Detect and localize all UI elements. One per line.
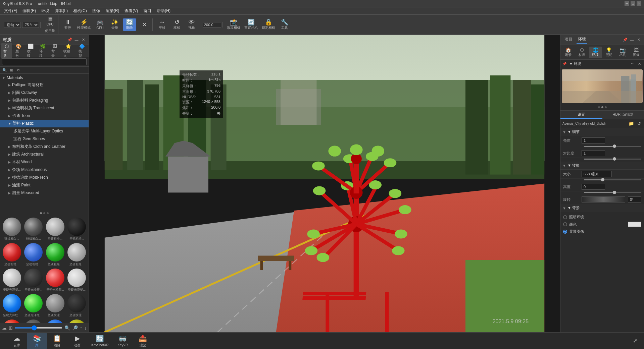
maximize-button[interactable]: □ xyxy=(631,1,635,6)
close-toolbar-btn[interactable]: ✕ xyxy=(138,21,151,28)
mat-item-2[interactable]: 坚硬粗糙... xyxy=(45,217,66,242)
mat-item-7[interactable]: 坚硬粗糙... xyxy=(66,242,88,267)
pin-button[interactable]: 📌 xyxy=(67,37,72,43)
mat-item-18[interactable]: 坚硬纹理... xyxy=(45,319,66,323)
view-btn[interactable]: 👁 视角 xyxy=(185,18,198,31)
rotation-slider[interactable] xyxy=(582,196,625,202)
mat-item-5[interactable]: 坚硬粗糙... xyxy=(23,242,44,267)
tab-favorites[interactable]: ⭐ 收藏夹 xyxy=(61,43,76,59)
bg-color-radio[interactable] xyxy=(563,222,567,226)
tree-plastic[interactable]: ▼ 塑料 Plastic xyxy=(0,120,89,127)
right-tab-material[interactable]: ⬡ 材质 xyxy=(576,47,589,58)
focal-input[interactable] xyxy=(203,22,221,27)
right-tab-scene[interactable]: 🏠 场景 xyxy=(562,47,575,58)
right-tab-camera[interactable]: 📷 相机 xyxy=(616,47,629,58)
collapse-button[interactable]: — xyxy=(74,37,79,43)
tab-background[interactable]: 🖼 背景 xyxy=(49,43,60,59)
menu-file[interactable]: 文件(F) xyxy=(1,7,20,14)
height-slider[interactable] xyxy=(584,192,641,193)
settings-btn[interactable]: ↑ xyxy=(80,325,82,331)
render-export-btn[interactable]: 📤 渲染 xyxy=(133,333,153,349)
bg-image-row[interactable]: 背景图像 xyxy=(563,228,641,235)
tab-texture[interactable]: ⬜ 纹理 xyxy=(25,43,36,59)
brightness-input[interactable] xyxy=(582,137,605,143)
rotate-btn[interactable]: ↺ 移移 xyxy=(170,18,184,31)
list-view-btn[interactable]: ⊞ xyxy=(9,325,13,331)
animation-btn[interactable]: ▶ 动画 xyxy=(67,333,87,349)
mat-item-3[interactable]: 坚硬粗糙... xyxy=(66,217,88,242)
tools-btn[interactable]: 🔧 工具 xyxy=(278,18,291,31)
add-camera-btn[interactable]: 📸 添加相机 xyxy=(226,18,242,31)
tree-architectural[interactable]: ▶ 建筑 Architectural xyxy=(0,151,89,158)
mat-item-0[interactable]: 硅橡胶白... xyxy=(1,217,22,242)
right-collapse-btn[interactable]: — xyxy=(629,37,635,43)
tree-misc[interactable]: ▶ 杂项 Miscellaneous xyxy=(0,166,89,174)
tab-color[interactable]: 🎨 颜色 xyxy=(13,43,24,59)
mat-item-11[interactable]: 坚硬光泽塑... xyxy=(66,268,88,293)
env-options-btn[interactable]: ⋯ xyxy=(630,61,635,66)
keyvr-btn[interactable]: 🥽 KeyVR xyxy=(113,333,133,348)
mat-item-6[interactable]: 坚硬粗糙... xyxy=(45,242,66,267)
bg-lighting-radio[interactable] xyxy=(563,215,567,219)
refresh-btn[interactable]: ↺ xyxy=(15,67,21,73)
tree-root[interactable]: ▼ Materials xyxy=(0,74,89,81)
contrast-slider[interactable] xyxy=(584,159,641,160)
contrast-input[interactable] xyxy=(582,150,605,156)
perf-btn[interactable]: ⚡ 性能模式 xyxy=(76,18,92,31)
tree-multilayer[interactable]: 多层光学 Multi-Layer Optics xyxy=(0,127,89,135)
right-tab-lighting[interactable]: 💡 照明 xyxy=(603,47,616,58)
refresh-env-btn[interactable]: ↺ xyxy=(636,121,642,126)
render-btn[interactable]: 🔄 翻录 xyxy=(123,18,136,31)
tab-material[interactable]: ⬡ 材质 xyxy=(1,43,12,59)
size-slider[interactable] xyxy=(584,179,641,180)
tree-cutaway[interactable]: ▶ 剖面 Cutaway xyxy=(0,89,89,97)
mat-item-13[interactable]: 坚硬光泽红... xyxy=(23,293,44,318)
more-btn[interactable]: ↓ xyxy=(84,325,87,331)
close-panel-button[interactable]: ✕ xyxy=(81,37,86,43)
color-picker[interactable] xyxy=(628,222,641,227)
move-btn[interactable]: ↔ 平移 xyxy=(155,18,169,31)
transform-section[interactable]: ▼ ▼ 转换 xyxy=(560,162,644,170)
menu-script[interactable]: 脚本(L) xyxy=(52,7,70,14)
reset-camera-btn[interactable]: 🔄 重置相机 xyxy=(243,18,259,31)
menu-render[interactable]: 渲染(R) xyxy=(103,7,122,14)
adjust-section[interactable]: ▼ ▼ 调节 xyxy=(560,128,644,136)
right-close-btn[interactable]: ✕ xyxy=(636,37,641,43)
noise-btn[interactable]: ✨ 去噪 xyxy=(108,18,121,31)
folder-btn[interactable]: 📁 xyxy=(628,121,635,126)
cloud-btn[interactable]: ☁ xyxy=(2,325,7,331)
mat-item-9[interactable]: 坚硬光泽塑... xyxy=(23,268,44,293)
pause-btn[interactable]: ⏸ 暂停 xyxy=(61,18,75,31)
bg-section[interactable]: ▼ ▼ 背景 xyxy=(560,204,644,212)
mat-item-17[interactable]: 坚硬纹理... xyxy=(23,319,44,323)
mat-item-15[interactable]: 坚硬纹理... xyxy=(66,293,88,318)
viewport[interactable]: 每秒帧数：113.1 时间：1m 51s 采样值：796 三角形：378,786… xyxy=(89,35,560,332)
lock-camera-btn[interactable]: 🔒 锁定相机 xyxy=(260,18,277,31)
tab-model[interactable]: 🔷 模型 xyxy=(77,43,87,59)
search-input[interactable] xyxy=(2,58,87,65)
mat-item-8[interactable]: 坚硬光泽塑... xyxy=(1,268,22,293)
height-input[interactable] xyxy=(582,184,605,190)
grid-view-btn[interactable]: ⊞ xyxy=(9,67,14,73)
tree-toon[interactable]: ▶ 卡通 Toon xyxy=(0,112,89,120)
size-input[interactable] xyxy=(582,171,612,177)
bg-image-radio[interactable] xyxy=(563,230,567,234)
tree-translucent[interactable]: ▶ 半透明材质 Translucent xyxy=(0,104,89,112)
zoom-in-btn[interactable]: 🔍 xyxy=(64,325,70,331)
search-action-btn[interactable]: 🔍 xyxy=(2,67,7,73)
mode-select[interactable]: 启动 xyxy=(4,22,21,28)
tree-measured[interactable]: ▶ 测量 Measured xyxy=(0,189,89,197)
menu-camera[interactable]: 相机(C) xyxy=(70,7,90,14)
right-tab-image[interactable]: 🖼 图像 xyxy=(630,47,643,58)
tree-packaging[interactable]: ▶ 包装材料 Packaging xyxy=(0,97,89,104)
tree-gems[interactable]: 宝石 Gem Stones xyxy=(0,135,89,143)
bg-color-row[interactable]: 颜色 xyxy=(563,221,641,228)
library-btn[interactable]: 📚 库 xyxy=(27,333,47,349)
gpu-btn[interactable]: 🎮 GPU xyxy=(93,19,107,31)
zoom-out-btn[interactable]: 🔎 xyxy=(72,325,78,331)
zoom-select[interactable]: 75 % xyxy=(22,22,39,28)
right-pin-btn[interactable]: 📌 xyxy=(623,37,628,43)
menu-window[interactable]: 窗口 xyxy=(141,7,154,14)
environment-tab[interactable]: 环境 xyxy=(577,36,587,44)
menu-env[interactable]: 环境 xyxy=(39,7,52,14)
